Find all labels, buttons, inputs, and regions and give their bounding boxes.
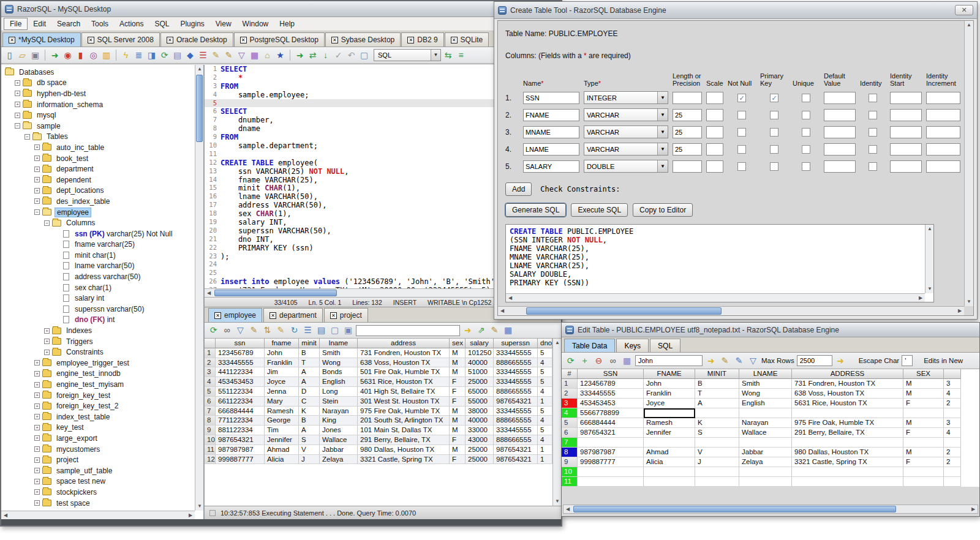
preview-vertical-scrollbar[interactable]: ▲ ▼ (925, 225, 933, 293)
grid-cell[interactable] (644, 408, 695, 418)
main-titlebar[interactable]: RazorSQL - MySQL Desktop (1, 1, 561, 17)
expand-icon[interactable]: + (34, 392, 40, 398)
grid-cell[interactable]: B (299, 416, 320, 426)
grid-cell[interactable]: T (695, 389, 739, 399)
view-record-icon[interactable]: ∞ (607, 355, 619, 367)
grid-cell[interactable]: 5631 Rice, Houston TX (358, 377, 450, 387)
table-row[interactable]: 8771122334GeorgeBKing201 South St, Arlin… (205, 416, 552, 426)
expand-icon[interactable]: + (15, 113, 20, 118)
grid-cell[interactable]: 987654321 (216, 435, 265, 445)
table-row[interactable]: 11 (562, 477, 979, 487)
grid-cell[interactable]: 4 (538, 387, 552, 397)
grid-cell[interactable]: 980 Dallas, Houston TX (358, 445, 450, 455)
expand-icon[interactable]: + (34, 435, 40, 441)
column-header-ssn[interactable]: ssn (216, 339, 265, 348)
grid-cell[interactable]: 5 (538, 377, 552, 387)
length-input[interactable] (673, 160, 702, 173)
grid-cell[interactable] (644, 438, 695, 448)
expand-icon[interactable]: + (34, 403, 40, 409)
primary-key-checkbox[interactable] (770, 162, 778, 171)
expand-icon[interactable]: + (15, 102, 20, 107)
edit-tab-keys[interactable]: Keys (616, 339, 649, 352)
primary-key-checkbox[interactable] (770, 111, 778, 119)
table-row[interactable]: 5666884444RameshKNarayan975 Fire Oak, Hu… (562, 418, 979, 428)
tree-item-information_schema[interactable]: +information_schema (2, 99, 195, 110)
grid-cell[interactable]: 5631 Rice, Houston TX (792, 399, 903, 408)
not-null-checkbox[interactable] (737, 128, 746, 137)
tree-item-sample[interactable]: −sample (2, 121, 195, 132)
create-table-titlebar[interactable]: Create Table Tool - RazorSQL Database En… (494, 2, 977, 19)
unique-checkbox[interactable] (802, 111, 810, 119)
menu-plugins[interactable]: Plugins (175, 18, 209, 29)
expand-icon[interactable]: + (34, 156, 40, 161)
column-icon[interactable]: ▦ (249, 50, 260, 61)
chevron-down-icon[interactable]: ▼ (657, 92, 668, 103)
save-grid-icon[interactable]: ▦ (502, 324, 514, 336)
grid-cell[interactable] (903, 467, 944, 477)
grid-cell[interactable]: M (450, 358, 466, 368)
collapse-icon[interactable]: − (44, 220, 50, 226)
grid-cell[interactable]: 975 Fire Oak, Humble TX (792, 418, 903, 428)
grid-cell[interactable]: 881122334 (216, 426, 265, 435)
multi-execute-icon[interactable]: ⇆ (442, 50, 454, 61)
table-row[interactable]: 6661122334MaryCStein301 West St. Houston… (205, 397, 552, 407)
connection-settings-icon[interactable]: ◎ (88, 50, 99, 61)
grid-cell[interactable]: 5566778899 (578, 408, 644, 418)
grid-cell[interactable]: Mary (265, 397, 299, 407)
grid-cell[interactable]: 666884444 (578, 418, 644, 428)
column-header-fname[interactable]: fname (265, 339, 299, 348)
refresh-doc-icon[interactable]: ⟳ (159, 50, 170, 61)
grid-cell[interactable]: F (450, 377, 466, 387)
grid-cell[interactable]: Jennifer (265, 435, 299, 445)
tree-item-des_index_table[interactable]: +des_index_table (2, 196, 195, 207)
grid-cell[interactable]: M (450, 445, 466, 455)
tree-item-employee[interactable]: −employee (2, 207, 195, 218)
connection-tab-sql-server-2008[interactable]: ✕SQL Server 2008 (81, 32, 160, 47)
grid-cell[interactable]: Wong (739, 389, 792, 399)
identity-start-input[interactable] (890, 143, 922, 156)
unique-checkbox[interactable] (802, 145, 810, 154)
expand-icon[interactable]: + (34, 382, 40, 388)
grid-cell[interactable]: 40000 (466, 416, 494, 426)
results-tab-department[interactable]: ✕department (263, 308, 323, 322)
tree-item-book_test[interactable]: +book_test (2, 153, 195, 164)
grid-cell[interactable] (739, 477, 792, 487)
commit-icon[interactable]: ✓ (333, 50, 344, 61)
grid-cell[interactable]: King (320, 416, 358, 426)
close-tab-icon[interactable]: ✕ (331, 37, 338, 43)
chevron-down-icon[interactable]: ▼ (657, 126, 668, 138)
table-row[interactable]: 7666884444RameshKNarayan975 Fire Oak, Hu… (205, 407, 552, 416)
grid-cell[interactable]: 333445555 (494, 367, 538, 377)
grid-cell[interactable]: 731 Fondren, Houston TX (792, 379, 903, 389)
scrollbar-thumb[interactable] (526, 307, 722, 315)
column-header-lname[interactable]: lname (320, 339, 358, 348)
expand-icon[interactable]: + (44, 328, 50, 334)
grid-cell[interactable]: 975 Fire Oak, Humble TX (358, 407, 450, 416)
collapse-icon[interactable]: − (34, 209, 40, 215)
preview-horizontal-scrollbar[interactable]: ◀ ▶ (506, 293, 925, 302)
tree-item-stockpickers[interactable]: +stockpickers (2, 487, 195, 498)
search-go-icon[interactable]: ➜ (705, 355, 717, 367)
grid-cell[interactable]: 3 (944, 418, 961, 428)
column-header-superssn[interactable]: superssn (494, 339, 538, 348)
table-row[interactable]: 11987987987AhmadVJabbar980 Dallas, Houst… (205, 445, 552, 455)
copy-icon[interactable]: ▢ (329, 324, 341, 336)
scroll-right-icon[interactable]: ▶ (916, 294, 925, 302)
edit-table-horizontal-scrollbar[interactable]: ◀ ▶ (563, 504, 978, 514)
default-value-input[interactable] (824, 160, 856, 173)
grid-cell[interactable]: 201 South St, Arlington TX (358, 416, 450, 426)
save-icon[interactable]: ▣ (29, 50, 41, 61)
grid-cell[interactable]: 638 Voss, Houston TX (358, 358, 450, 368)
grid-cell[interactable]: 38000 (466, 407, 494, 416)
grid-cell[interactable]: Smith (739, 379, 792, 389)
delete-row-icon[interactable]: ⊖ (593, 355, 605, 367)
results-vertical-scrollbar[interactable]: ▲ ▼ (552, 339, 561, 506)
grid-cell[interactable] (903, 477, 944, 487)
grid-cell[interactable]: T (299, 358, 320, 368)
column-header-salary[interactable]: salary (466, 339, 494, 348)
grid-cell[interactable]: Wong (320, 358, 358, 368)
grid-cell[interactable]: 987987987 (578, 448, 644, 457)
favorites-icon[interactable]: ★ (274, 50, 286, 61)
connection-tab-sqlite[interactable]: ✕SQLite (445, 32, 489, 47)
tree-item-auto_inc_table[interactable]: +auto_inc_table (2, 142, 195, 153)
